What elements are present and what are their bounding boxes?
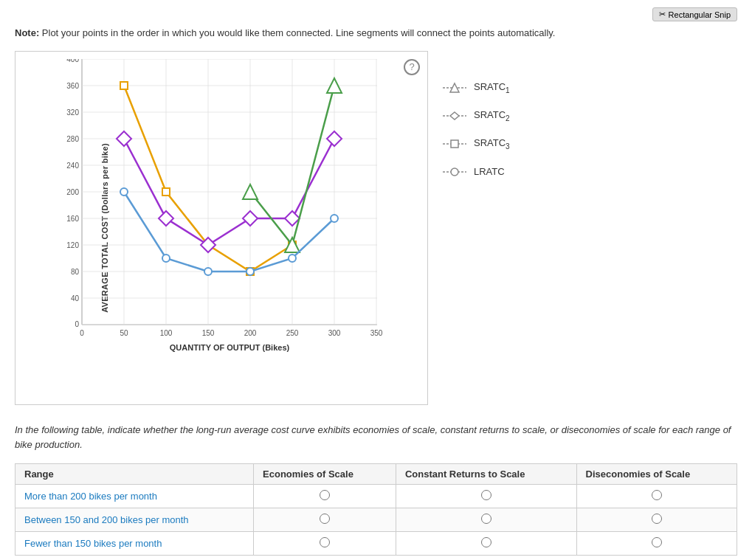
legend-item-sratc3: SRATC3 bbox=[443, 136, 510, 151]
svg-text:0: 0 bbox=[80, 329, 84, 337]
radio-cell-economies[interactable] bbox=[254, 532, 396, 556]
svg-point-57 bbox=[162, 255, 170, 262]
svg-marker-50 bbox=[243, 211, 258, 226]
svg-text:160: 160 bbox=[66, 215, 79, 223]
svg-text:320: 320 bbox=[66, 108, 79, 117]
svg-text:280: 280 bbox=[66, 135, 79, 143]
svg-point-60 bbox=[289, 255, 296, 262]
radio-cell-constant[interactable] bbox=[396, 485, 576, 508]
help-icon[interactable]: ? bbox=[404, 59, 420, 75]
svg-point-58 bbox=[204, 268, 212, 275]
svg-rect-42 bbox=[120, 82, 128, 89]
radio-economies-row0[interactable] bbox=[320, 490, 330, 500]
svg-marker-47 bbox=[117, 131, 131, 146]
table-row: Fewer than 150 bikes per month bbox=[15, 532, 737, 556]
note-paragraph: Note: Plot your points in the order in w… bbox=[15, 26, 737, 41]
svg-point-69 bbox=[451, 168, 458, 176]
svg-marker-65 bbox=[450, 112, 459, 120]
scale-table: Range Economies of Scale Constant Return… bbox=[15, 463, 737, 556]
range-cell: Fewer than 150 bikes per month bbox=[15, 532, 254, 556]
radio-constant-row2[interactable] bbox=[481, 537, 491, 547]
legend-item-sratc1: SRATC1 bbox=[443, 80, 510, 95]
col-header-diseconomies: Diseconomies of Scale bbox=[576, 464, 737, 485]
legend-item-sratc2: SRATC2 bbox=[443, 108, 510, 123]
svg-text:80: 80 bbox=[71, 268, 80, 276]
chart-section: ? AVERAGE TOTAL COST (Dollars per bike) bbox=[15, 51, 737, 405]
svg-text:150: 150 bbox=[202, 329, 215, 337]
svg-marker-52 bbox=[327, 131, 342, 146]
col-header-economies: Economies of Scale bbox=[254, 464, 396, 485]
table-row: Between 150 and 200 bikes per month bbox=[15, 508, 737, 532]
svg-point-61 bbox=[331, 215, 338, 222]
col-header-constant: Constant Returns to Scale bbox=[396, 464, 576, 485]
chart-container: ? AVERAGE TOTAL COST (Dollars per bike) bbox=[15, 51, 428, 405]
legend-icon-lratc bbox=[443, 165, 466, 179]
svg-text:350: 350 bbox=[370, 329, 383, 337]
legend-label-sratc2: SRATC2 bbox=[474, 109, 510, 122]
radio-cell-constant[interactable] bbox=[396, 508, 576, 532]
svg-text:300: 300 bbox=[328, 329, 341, 337]
chart-legend: SRATC1 SRATC2 SRATC3 bbox=[443, 51, 510, 179]
svg-text:200: 200 bbox=[244, 329, 257, 337]
radio-economies-row2[interactable] bbox=[320, 537, 330, 547]
svg-text:120: 120 bbox=[66, 241, 79, 249]
table-row: More than 200 bikes per month bbox=[15, 485, 737, 508]
svg-text:240: 240 bbox=[66, 162, 79, 170]
svg-text:100: 100 bbox=[160, 329, 173, 337]
radio-diseconomies-row2[interactable] bbox=[652, 537, 662, 547]
svg-rect-67 bbox=[451, 140, 458, 148]
svg-rect-43 bbox=[162, 188, 170, 196]
radio-economies-row1[interactable] bbox=[320, 514, 330, 524]
radio-cell-diseconomies[interactable] bbox=[576, 485, 737, 508]
radio-cell-diseconomies[interactable] bbox=[576, 532, 737, 556]
svg-point-56 bbox=[120, 188, 128, 196]
svg-text:40: 40 bbox=[71, 294, 80, 303]
col-header-range: Range bbox=[15, 464, 254, 485]
radio-constant-row1[interactable] bbox=[481, 514, 491, 524]
radio-constant-row0[interactable] bbox=[481, 490, 491, 500]
legend-item-lratc: LRATC bbox=[443, 165, 510, 179]
legend-icon-sratc2 bbox=[443, 108, 466, 123]
radio-cell-constant[interactable] bbox=[396, 532, 576, 556]
legend-label-sratc1: SRATC1 bbox=[474, 81, 510, 94]
range-cell: More than 200 bikes per month bbox=[15, 485, 254, 508]
svg-text:QUANTITY OF OUTPUT (Bikes): QUANTITY OF OUTPUT (Bikes) bbox=[170, 343, 290, 352]
range-cell: Between 150 and 200 bikes per month bbox=[15, 508, 254, 532]
svg-marker-48 bbox=[159, 211, 173, 226]
instruction-text: In the following table, indicate whether… bbox=[15, 423, 737, 454]
snip-button[interactable]: ✂ Rectangular Snip bbox=[652, 7, 737, 21]
legend-label-lratc: LRATC bbox=[474, 166, 505, 177]
svg-point-59 bbox=[246, 268, 254, 275]
radio-cell-economies[interactable] bbox=[254, 508, 396, 532]
radio-cell-diseconomies[interactable] bbox=[576, 508, 737, 532]
chart-svg: 400 360 320 280 240 200 160 120 80 40 0 … bbox=[60, 59, 384, 354]
radio-diseconomies-row0[interactable] bbox=[652, 490, 662, 500]
legend-icon-sratc1 bbox=[443, 80, 466, 95]
svg-text:400: 400 bbox=[66, 59, 79, 63]
svg-text:360: 360 bbox=[66, 82, 79, 90]
snip-icon: ✂ bbox=[659, 10, 666, 19]
radio-cell-economies[interactable] bbox=[254, 485, 396, 508]
radio-diseconomies-row1[interactable] bbox=[652, 514, 662, 524]
legend-icon-sratc3 bbox=[443, 136, 466, 151]
svg-text:200: 200 bbox=[66, 188, 79, 196]
svg-text:50: 50 bbox=[120, 329, 128, 337]
legend-label-sratc3: SRATC3 bbox=[474, 137, 510, 151]
svg-text:0: 0 bbox=[75, 320, 79, 328]
svg-text:250: 250 bbox=[286, 329, 299, 337]
